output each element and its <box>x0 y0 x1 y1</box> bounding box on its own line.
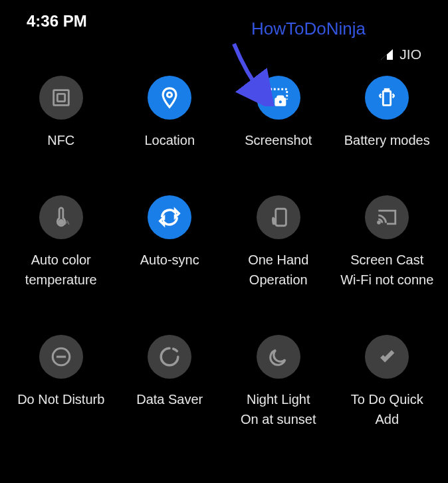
auto-color-temp-sublabel: temperature <box>25 271 97 288</box>
tile-nfc: NFC <box>7 76 116 149</box>
dnd-label: Do Not Disturb <box>17 391 104 408</box>
todo-sublabel: Add <box>375 411 399 428</box>
dnd-toggle[interactable] <box>39 335 83 379</box>
moon-icon <box>267 345 290 368</box>
status-bar: 4:36 PM <box>0 0 448 37</box>
tile-todo-quick-add: To Do Quick Add <box>333 335 442 428</box>
data-saver-icon <box>158 345 181 368</box>
svg-rect-8 <box>385 89 389 91</box>
battery-modes-label: Battery modes <box>344 132 430 149</box>
one-hand-icon <box>267 206 290 229</box>
data-saver-toggle[interactable] <box>148 335 191 379</box>
quick-settings-grid: NFC Location Screenshot <box>0 69 448 428</box>
tile-screen-cast: Screen Cast Wi-Fi not conne <box>333 195 442 288</box>
screenshot-label: Screenshot <box>245 132 312 149</box>
tile-dnd: Do Not Disturb <box>7 335 116 428</box>
battery-modes-toggle[interactable] <box>365 76 409 120</box>
screen-cast-sublabel: Wi-Fi not conne <box>340 271 433 288</box>
svg-point-3 <box>168 92 172 97</box>
screenshot-icon <box>267 86 290 109</box>
svg-point-5 <box>278 100 282 104</box>
auto-color-temp-label: Auto color <box>31 251 91 268</box>
nfc-label: NFC <box>47 132 74 149</box>
one-hand-sublabel: Operation <box>249 271 308 288</box>
todo-label: To Do Quick <box>351 391 423 408</box>
location-icon <box>158 86 181 109</box>
auto-sync-label: Auto-sync <box>140 251 199 268</box>
tile-battery-modes: Battery modes <box>333 76 442 149</box>
one-hand-toggle[interactable] <box>257 195 300 239</box>
tile-data-saver: Data Saver <box>116 335 225 428</box>
checkmark-icon <box>376 345 398 368</box>
screen-cast-toggle[interactable] <box>365 195 409 239</box>
tile-auto-color-temp: A Auto color temperature <box>7 195 116 288</box>
status-time: 4:36 PM <box>27 12 87 31</box>
screenshot-toggle[interactable] <box>257 76 300 120</box>
tile-auto-sync: Auto-sync <box>116 195 225 288</box>
location-label: Location <box>144 132 195 149</box>
watermark-text: HowToDoNinja <box>251 19 366 39</box>
nfc-toggle[interactable] <box>39 76 83 120</box>
carrier-label: JIO <box>399 47 421 62</box>
auto-color-temp-toggle[interactable]: A <box>39 195 83 239</box>
thermometer-icon: A <box>50 206 72 229</box>
svg-point-12 <box>378 221 380 223</box>
screen-cast-label: Screen Cast <box>350 251 423 268</box>
svg-rect-6 <box>277 96 283 99</box>
data-saver-label: Data Saver <box>136 391 203 408</box>
tile-location: Location <box>116 76 225 149</box>
night-light-toggle[interactable] <box>257 335 300 379</box>
svg-rect-1 <box>53 90 68 106</box>
nfc-icon <box>50 86 72 109</box>
svg-rect-7 <box>384 91 391 105</box>
svg-point-9 <box>59 220 63 224</box>
night-light-label: Night Light <box>247 391 310 408</box>
auto-sync-toggle[interactable] <box>148 195 191 239</box>
one-hand-label: One Hand <box>248 251 308 268</box>
night-light-sublabel: On at sunset <box>241 411 316 428</box>
tile-screenshot: Screenshot <box>224 76 333 149</box>
signal-icon <box>380 48 394 61</box>
tile-night-light: Night Light On at sunset <box>224 335 333 428</box>
location-toggle[interactable] <box>148 76 191 120</box>
sync-icon <box>158 206 181 229</box>
svg-rect-11 <box>276 209 286 226</box>
battery-icon <box>376 86 398 109</box>
tile-one-hand: One Hand Operation <box>224 195 333 288</box>
dnd-icon <box>50 345 72 368</box>
svg-text:A: A <box>64 219 69 226</box>
svg-rect-2 <box>57 94 64 101</box>
cast-icon <box>376 206 398 229</box>
todo-quick-add-toggle[interactable] <box>365 335 409 379</box>
signal-row: JIO <box>0 47 448 69</box>
